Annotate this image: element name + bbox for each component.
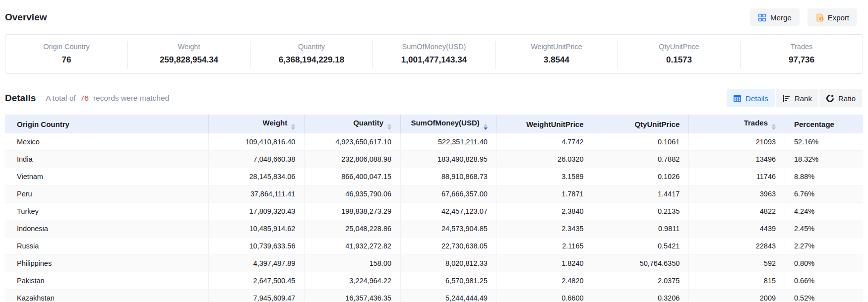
cell-quantity: 25,048,228.86 — [305, 220, 401, 238]
cell-qtyunitprice: 0.9811 — [593, 220, 689, 238]
cell-trades: 4822 — [689, 203, 785, 220]
cell-qtyunitprice: 0.1061 — [593, 133, 689, 151]
column-header-trades[interactable]: Trades — [689, 115, 785, 133]
cell-percentage: 8.88% — [785, 168, 863, 185]
merge-icon — [758, 13, 766, 22]
cell-percentage: 6.76% — [785, 185, 863, 203]
cell-quantity: 4,923,650,617.10 — [305, 133, 401, 151]
table-row: India7,048,660.38232,806,088.98183,490,8… — [5, 151, 863, 168]
cell-weightunitprice: 2.3435 — [496, 220, 593, 238]
tab-ratio-label: Ratio — [838, 94, 856, 103]
details-table: Origin CountryWeightQuantitySumOfMoney(U… — [5, 115, 863, 302]
column-header-percentage: Percentage — [785, 115, 863, 133]
overview-stat-weightunitprice: WeightUnitPrice3.8544 — [496, 41, 618, 69]
cell-weight: 17,809,320.43 — [208, 203, 305, 220]
stat-value: 0.1573 — [618, 55, 740, 65]
table-header-row: Origin CountryWeightQuantitySumOfMoney(U… — [5, 115, 863, 133]
merge-button[interactable]: Merge — [750, 8, 800, 26]
cell-trades: 3963 — [689, 185, 785, 203]
cell-quantity: 158.00 — [305, 255, 401, 272]
cell-sumofmoney-usd: 5,244,444.49 — [401, 290, 497, 302]
export-icon — [815, 13, 824, 22]
cell-qtyunitprice: 0.1026 — [593, 168, 689, 185]
cell-sumofmoney-usd: 22,730,638.05 — [401, 238, 497, 255]
column-header-quantity[interactable]: Quantity — [305, 115, 401, 133]
column-header-origin-country: Origin Country — [5, 115, 208, 133]
stat-value: 3.8544 — [496, 55, 618, 65]
cell-qtyunitprice: 0.7882 — [593, 151, 689, 168]
cell-percentage: 52.16% — [785, 133, 863, 151]
cell-origin-country: India — [5, 151, 208, 168]
sort-icon[interactable] — [484, 124, 488, 130]
overview-stat-qtyunitprice: QtyUnitPrice0.1573 — [618, 41, 741, 69]
topbar-actions: Merge Export — [750, 8, 863, 26]
stat-label: Weight — [128, 42, 250, 51]
cell-origin-country: Russia — [5, 238, 208, 255]
column-header-weightunitprice: WeightUnitPrice — [496, 115, 593, 133]
table-row: Turkey17,809,320.43198,838,273.2942,457,… — [5, 203, 863, 220]
export-button-label: Export — [828, 13, 849, 22]
column-label: Percentage — [794, 120, 834, 128]
tab-ratio[interactable]: Ratio — [819, 89, 862, 107]
cell-quantity: 16,357,436.35 — [305, 290, 401, 302]
stat-label: Trades — [741, 42, 863, 51]
cell-percentage: 2.45% — [785, 220, 863, 238]
tab-details-label: Details — [745, 94, 768, 103]
column-label: Origin Country — [17, 120, 69, 128]
view-switcher: Details Rank Ratio — [727, 89, 863, 107]
cell-weightunitprice: 2.1165 — [496, 238, 593, 255]
cell-origin-country: Kazakhstan — [5, 290, 208, 302]
cell-sumofmoney-usd: 183,490,828.95 — [401, 151, 497, 168]
cell-trades: 592 — [689, 255, 785, 272]
cell-origin-country: Peru — [5, 185, 208, 203]
cell-weight: 2,647,500.45 — [208, 272, 305, 290]
cell-trades: 11746 — [689, 168, 785, 185]
records-summary: A total of76records were matched — [46, 94, 169, 103]
cell-origin-country: Vietnam — [5, 168, 208, 185]
cell-quantity: 41,932,272.82 — [305, 238, 401, 255]
table-row: Mexico109,410,816.404,923,650,617.10522,… — [5, 133, 863, 151]
cell-quantity: 3,224,964.22 — [305, 272, 401, 290]
cell-trades: 4439 — [689, 220, 785, 238]
column-header-sumofmoney-usd[interactable]: SumOfMoney(USD) — [401, 115, 497, 133]
cell-qtyunitprice: 50,764.6350 — [593, 255, 689, 272]
cell-percentage: 18.32% — [785, 151, 863, 168]
cell-trades: 2009 — [689, 290, 785, 302]
cell-sumofmoney-usd: 24,573,904.85 — [401, 220, 497, 238]
cell-origin-country: Pakistan — [5, 272, 208, 290]
cell-percentage: 0.80% — [785, 255, 863, 272]
cell-weightunitprice: 2.4820 — [496, 272, 593, 290]
cell-weightunitprice: 1.8240 — [496, 255, 593, 272]
cell-sumofmoney-usd: 88,910,868.73 — [401, 168, 497, 185]
column-label: Trades — [744, 119, 768, 127]
cell-quantity: 232,806,088.98 — [305, 151, 401, 168]
cell-weightunitprice: 0.6600 — [496, 290, 593, 302]
overview-stat-origin-country: Origin Country76 — [5, 41, 128, 69]
sort-icon[interactable] — [291, 124, 295, 130]
table-row: Russia10,739,633.5641,932,272.8222,730,6… — [5, 238, 863, 255]
stat-value: 6,368,194,229.18 — [250, 55, 372, 65]
tab-rank[interactable]: Rank — [776, 89, 818, 107]
tab-details[interactable]: Details — [727, 89, 775, 107]
cell-percentage: 4.24% — [785, 203, 863, 220]
cell-percentage: 2.27% — [785, 238, 863, 255]
cell-percentage: 0.66% — [785, 272, 863, 290]
column-header-weight[interactable]: Weight — [208, 115, 305, 133]
details-title: Details — [5, 93, 36, 104]
cell-qtyunitprice: 0.3206 — [593, 290, 689, 302]
cell-weightunitprice: 3.1589 — [496, 168, 593, 185]
column-label: SumOfMoney(USD) — [411, 119, 479, 127]
sort-icon[interactable] — [387, 124, 391, 130]
table-row: Indonesia10,485,914.6225,048,228.8624,57… — [5, 220, 863, 238]
topbar: Overview Merge — [5, 0, 863, 28]
table-row: Philippines4,397,487.89158.008,020,812.3… — [5, 255, 863, 272]
export-button[interactable]: Export — [807, 8, 857, 26]
cell-weightunitprice: 26.0320 — [496, 151, 593, 168]
cell-sumofmoney-usd: 42,457,123.07 — [401, 203, 497, 220]
stat-label: Origin Country — [5, 42, 127, 51]
cell-sumofmoney-usd: 8,020,812.33 — [401, 255, 497, 272]
cell-qtyunitprice: 0.2135 — [593, 203, 689, 220]
sort-icon[interactable] — [772, 124, 776, 130]
cell-percentage: 0.52% — [785, 290, 863, 302]
cell-weight: 7,048,660.38 — [208, 151, 305, 168]
